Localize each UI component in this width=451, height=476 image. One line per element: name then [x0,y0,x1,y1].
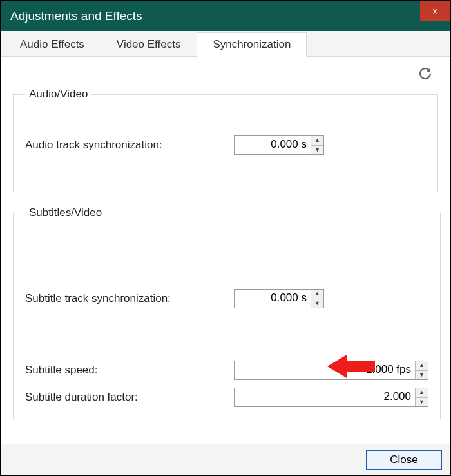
spinner-arrows: ▲ ▼ [415,388,428,406]
close-button[interactable]: Close [366,450,442,470]
subtitle-sync-value[interactable]: 0.000 s [235,290,311,308]
tab-audio-effects[interactable]: Audio Effects [4,32,101,56]
spin-down-icon[interactable]: ▼ [416,398,428,407]
subtitle-duration-label: Subtitle duration factor: [25,391,234,404]
spin-up-icon[interactable]: ▲ [416,361,428,371]
subtitle-speed-spinner[interactable]: 1.000 fps ▲ ▼ [234,361,428,380]
spinner-arrows: ▲ ▼ [311,290,323,308]
audio-sync-value[interactable]: 0.000 s [235,136,311,154]
audio-sync-label: Audio track synchronization: [25,139,234,152]
subtitles-video-legend: Subtitles/Video [25,206,106,219]
sync-panel: Audio/Video Audio track synchronization:… [1,57,450,444]
close-button-rest: lose [398,453,418,466]
spin-down-icon[interactable]: ▼ [311,146,323,155]
window-close-button[interactable]: x [420,1,450,21]
spinner-arrows: ▲ ▼ [415,361,428,379]
spin-down-icon[interactable]: ▼ [416,371,428,380]
subtitle-sync-label: Subtitle track synchronization: [25,292,234,305]
subtitle-duration-spinner[interactable]: 2.000 ▲ ▼ [234,388,428,407]
spinner-arrows: ▲ ▼ [311,136,323,154]
spin-down-icon[interactable]: ▼ [311,299,323,308]
close-button-mnemonic: C [390,453,398,466]
audio-video-group: Audio/Video Audio track synchronization:… [13,88,438,192]
spin-up-icon[interactable]: ▲ [311,136,323,146]
refresh-button[interactable] [417,66,433,81]
title-bar: Adjustments and Effects x [1,1,450,31]
window-title: Adjustments and Effects [10,9,441,23]
audio-sync-spinner[interactable]: 0.000 s ▲ ▼ [234,135,324,155]
bottom-bar: Close [1,444,450,475]
subtitle-duration-value[interactable]: 2.000 [235,388,415,406]
subtitle-sync-spinner[interactable]: 0.000 s ▲ ▼ [234,289,324,308]
audio-video-legend: Audio/Video [25,88,91,101]
tab-video-effects[interactable]: Video Effects [101,32,197,56]
refresh-icon [417,66,433,81]
spin-up-icon[interactable]: ▲ [311,290,323,299]
subtitle-speed-label: Subtitle speed: [25,364,234,377]
close-icon: x [433,6,437,16]
adjustments-effects-window: Adjustments and Effects x Audio Effects … [0,0,451,476]
tab-synchronization[interactable]: Synchronization [197,32,307,57]
tab-strip: Audio Effects Video Effects Synchronizat… [1,31,450,57]
subtitles-video-group: Subtitles/Video Subtitle track synchroni… [13,206,441,419]
spin-up-icon[interactable]: ▲ [416,388,428,398]
subtitle-speed-value[interactable]: 1.000 fps [235,361,415,379]
